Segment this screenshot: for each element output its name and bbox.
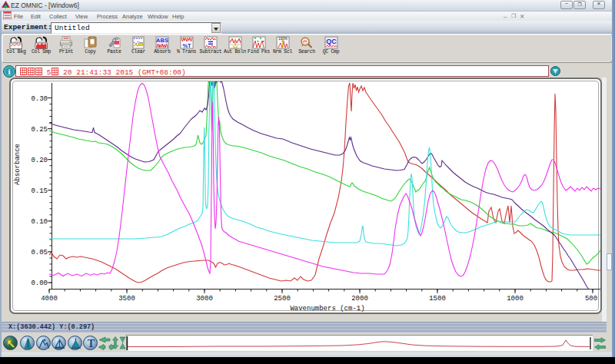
svg-text:0.05: 0.05 [31, 249, 48, 256]
svg-text:Absorbance: Absorbance [14, 144, 22, 185]
svg-text:Wavenumbers (cm-1): Wavenumbers (cm-1) [290, 305, 364, 313]
svg-text:2000: 2000 [351, 295, 368, 303]
svg-text:0.25: 0.25 [31, 126, 48, 134]
svg-text:3500: 3500 [118, 295, 135, 303]
svg-text:0.15: 0.15 [31, 187, 48, 195]
svg-text:0.20: 0.20 [31, 157, 48, 164]
svg-text:0.10: 0.10 [31, 218, 48, 226]
svg-text:1000: 1000 [507, 295, 524, 303]
svg-text:T: T [87, 338, 95, 349]
svg-text:1500: 1500 [429, 295, 446, 303]
svg-text:500: 500 [585, 295, 597, 303]
svg-text:3000: 3000 [196, 295, 213, 303]
svg-text:0.30: 0.30 [31, 95, 48, 103]
svg-text:0.00: 0.00 [31, 280, 48, 287]
svg-text:4000: 4000 [41, 295, 58, 303]
svg-text:2500: 2500 [274, 295, 291, 303]
